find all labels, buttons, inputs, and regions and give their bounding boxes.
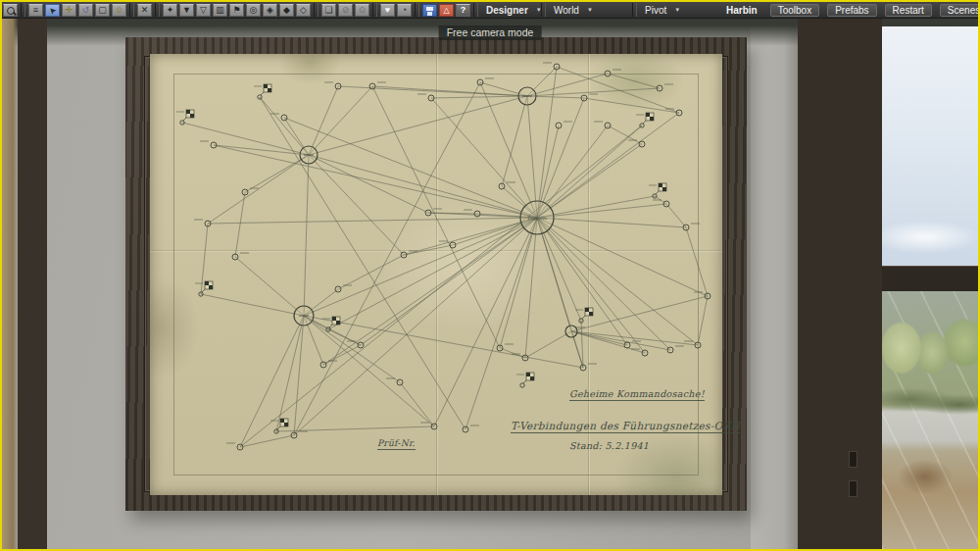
- toolbar-separator: [372, 3, 377, 17]
- svg-text:Zeppelin: Zeppelin: [527, 216, 547, 221]
- prefabs-button[interactable]: Prefabs: [827, 4, 876, 17]
- picture-frame: Zeppelin Geheime Kommandosache! T-Verbin…: [125, 37, 747, 511]
- mode-dropdown-label: Designer: [486, 5, 528, 16]
- help-icon[interactable]: ?: [456, 4, 470, 17]
- toolbar-separator: [21, 3, 25, 17]
- chevron-down-icon: ▼: [587, 7, 593, 13]
- layers-icon[interactable]: ≡: [28, 4, 43, 17]
- map-title-text: T-Verbindungen des Führungsnetzes-OKH: [511, 420, 740, 433]
- layer-dropdown-label: World: [554, 5, 579, 16]
- map-date-text: Stand: 5.2.1941: [569, 440, 649, 451]
- pivot-dropdown[interactable]: Pivot ▼: [639, 3, 717, 17]
- save-icon[interactable]: [422, 4, 437, 17]
- columns-icon[interactable]: ▥: [213, 4, 227, 17]
- window-mullion: [882, 266, 978, 292]
- drop-filled-icon[interactable]: ▼: [179, 4, 194, 17]
- outdoor-trees-road: [882, 291, 978, 549]
- sky: [882, 26, 978, 266]
- scenes-button[interactable]: Scenes: [940, 4, 980, 17]
- page-icon[interactable]: ❏: [321, 4, 336, 17]
- favorite-heart-icon[interactable]: ♥: [380, 4, 395, 17]
- prefab-p-icon[interactable]: ◈: [263, 4, 277, 17]
- camera-mode-tooltip: Free camera mode: [439, 25, 542, 40]
- hinge: [849, 451, 858, 468]
- left-window-post: [18, 17, 47, 549]
- rotate-tool-icon[interactable]: ↺: [78, 4, 93, 17]
- wall-corner: [751, 17, 798, 549]
- toolbar-separator: [415, 3, 419, 17]
- toolbar-separator: [632, 3, 637, 17]
- hinge: [849, 480, 858, 497]
- visibility-on-icon[interactable]: ⊙: [355, 4, 369, 17]
- tool-icon-strip: ≡➤✛↺▢☺✕✦▼▽▥⚑◎◈◆◇❏⊘⊙♥◔△?: [2, 3, 471, 17]
- prefab-f-icon[interactable]: ◇: [296, 4, 311, 17]
- toolbar-separator: [473, 3, 478, 17]
- toolbar-separator: [155, 3, 160, 17]
- scale-tool-icon[interactable]: ▢: [95, 4, 110, 17]
- toolbar-separator: [314, 3, 318, 17]
- viewport-3d[interactable]: Zeppelin Geheime Kommandosache! T-Verbin…: [2, 17, 978, 549]
- pivot-dropdown-label: Pivot: [645, 5, 666, 16]
- zoom-icon[interactable]: [3, 4, 18, 17]
- entity-smiley-icon[interactable]: ☺: [112, 4, 126, 17]
- gizmo-star-icon[interactable]: ✦: [163, 4, 177, 17]
- left-window-sill: [2, 17, 18, 549]
- restart-button[interactable]: Restart: [885, 4, 932, 17]
- warning-icon[interactable]: △: [439, 4, 454, 17]
- toolbox-button[interactable]: Toolbox: [770, 4, 819, 17]
- toolbar-separator: [541, 3, 546, 17]
- timer-icon[interactable]: ◔: [397, 4, 412, 17]
- right-window-post: [798, 17, 882, 549]
- editor-window: ≡➤✛↺▢☺✕✦▼▽▥⚑◎◈◆◇❏⊘⊙♥◔△? Designer ▼ World…: [0, 0, 980, 551]
- current-map-label[interactable]: Harbin: [726, 5, 758, 16]
- target-icon[interactable]: ◎: [246, 4, 261, 17]
- classification-text: Geheime Kommandosache!: [569, 388, 705, 401]
- toolbar: ≡➤✛↺▢☺✕✦▼▽▥⚑◎◈◆◇❏⊘⊙♥◔△? Designer ▼ World…: [2, 2, 978, 19]
- chevron-down-icon: ▼: [674, 7, 680, 13]
- window-view: [882, 26, 978, 549]
- select-tool-icon[interactable]: ➤: [45, 4, 60, 17]
- toolbar-separator: [129, 3, 134, 17]
- map-paper: Zeppelin Geheime Kommandosache! T-Verbin…: [150, 54, 722, 495]
- diamond-icon[interactable]: ◆: [279, 4, 294, 17]
- waypoint-flag-icon[interactable]: ⚑: [229, 4, 244, 17]
- delete-icon[interactable]: ✕: [137, 4, 152, 17]
- pruef-nr-text: Prüf-Nr.: [377, 438, 416, 450]
- move-tool-icon[interactable]: ✛: [62, 4, 76, 17]
- toolbar-right-group: Harbin Toolbox Prefabs Restart Scenes ⚒ …: [717, 4, 980, 17]
- mode-dropdown[interactable]: Designer ▼: [480, 3, 539, 17]
- layer-dropdown[interactable]: World ▼: [548, 3, 630, 17]
- visibility-off-icon[interactable]: ⊘: [338, 4, 353, 17]
- drop-outline-icon[interactable]: ▽: [196, 4, 211, 17]
